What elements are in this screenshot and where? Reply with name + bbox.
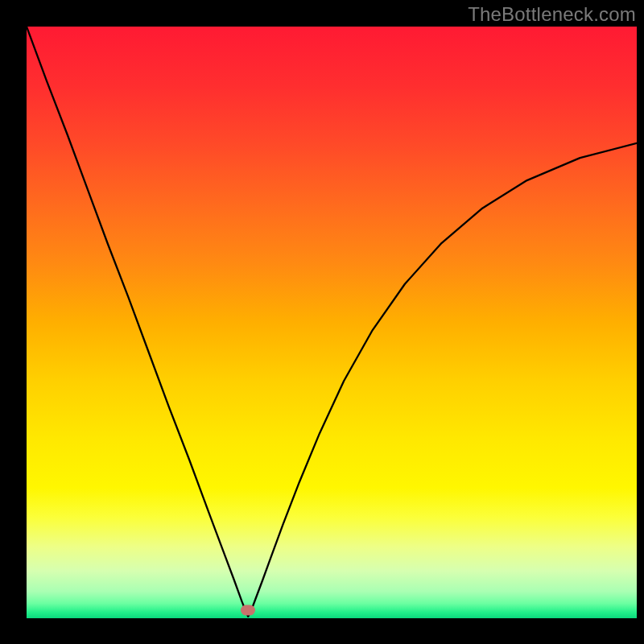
attribution-text: TheBottleneck.com <box>468 3 636 26</box>
chart-container: TheBottleneck.com <box>0 0 644 644</box>
bottleneck-curve <box>27 27 637 618</box>
plot-area <box>27 27 637 618</box>
optimum-marker <box>241 605 255 616</box>
